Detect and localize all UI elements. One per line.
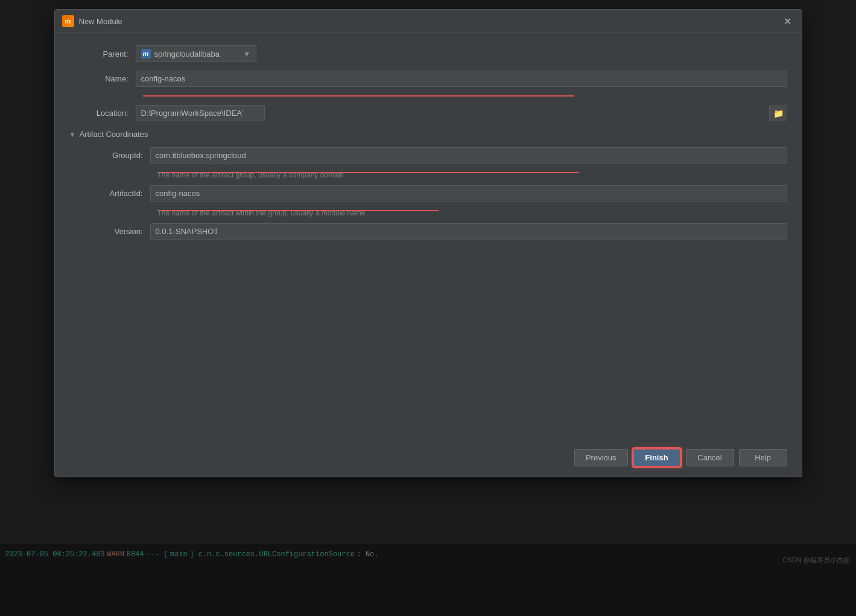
parent-dropdown[interactable]: m springcloudalibaba ▼ [136,45,256,62]
groupid-hint: The name of the artifact group, usually … [157,171,787,179]
new-module-dialog: m New Module ✕ Parent: m springcloudalib… [54,9,802,477]
groupid-row: GroupId: [84,147,787,164]
dialog-overlay: m New Module ✕ Parent: m springcloudalib… [0,0,856,616]
dialog-body: Parent: m springcloudalibaba ▼ Name: Loc… [55,33,802,260]
name-input[interactable] [136,71,787,87]
folder-icon: 📁 [773,109,784,118]
location-input-wrapper: 📁 [136,105,787,121]
artifactid-hint: The name of the artifact within the grou… [157,209,787,217]
parent-badge: m [141,49,151,59]
location-row: Location: 📁 [69,105,787,121]
name-row: Name: [69,71,787,87]
artifact-section-content: GroupId: The name of the artifact group,… [69,147,787,240]
artifactid-label: ArtifactId: [84,189,150,198]
collapse-arrow-icon[interactable]: ▼ [69,131,76,138]
artifact-section-title: Artifact Coordinates [79,130,148,139]
dialog-titlebar: m New Module ✕ [55,10,802,33]
parent-value: springcloudalibaba [154,49,220,59]
version-input[interactable] [150,223,787,240]
groupid-label: GroupId: [84,151,150,160]
parent-label: Parent: [69,49,136,59]
dialog-title-left: m New Module [62,15,122,27]
location-input[interactable] [136,105,265,121]
location-label: Location: [69,109,136,118]
help-button[interactable]: Help [739,449,787,466]
groupid-input[interactable] [150,147,787,164]
location-browse-button[interactable]: 📁 [769,105,787,121]
name-underline-indicator [143,95,574,97]
finish-button[interactable]: Finish [633,448,681,467]
name-label: Name: [69,74,136,83]
dialog-footer: Previous Finish Cancel Help [55,441,802,477]
version-label: Version: [84,227,150,236]
version-row: Version: [84,223,787,240]
chevron-down-icon: ▼ [243,49,251,59]
dialog-app-icon: m [62,15,74,27]
cancel-button[interactable]: Cancel [686,449,734,466]
parent-row: Parent: m springcloudalibaba ▼ [69,45,787,62]
artifact-section-header: ▼ Artifact Coordinates [69,130,787,139]
dialog-spacer [55,260,802,441]
artifactid-row: ArtifactId: [84,185,787,202]
dialog-title-text: New Module [79,17,122,26]
dialog-close-button[interactable]: ✕ [781,14,794,28]
artifactid-input[interactable] [150,185,787,202]
previous-button[interactable]: Previous [574,449,628,466]
